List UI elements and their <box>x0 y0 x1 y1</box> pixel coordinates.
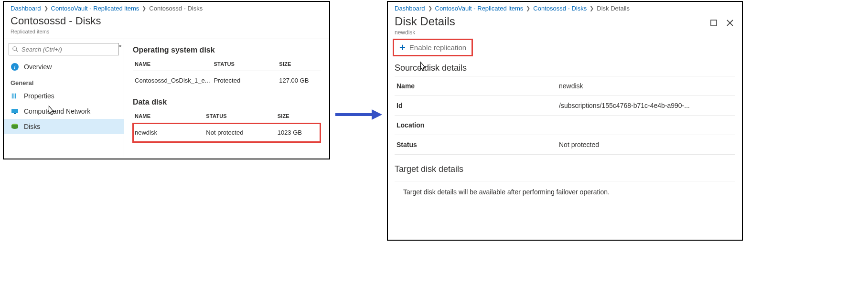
source-disk-properties: Name newdisk Id /subscriptions/155c4768-… <box>388 76 742 155</box>
breadcrumb: Dashboard ❯ ContosoVault - Replicated it… <box>388 2 742 13</box>
breadcrumb-current: Disk Details <box>597 5 630 12</box>
sidebar-item-disks[interactable]: Disks <box>4 119 124 134</box>
col-header-size[interactable]: SIZE <box>277 57 321 71</box>
sidebar-item-label: Compute and Network <box>24 107 90 115</box>
cell-status: Protected <box>212 71 278 90</box>
svg-marker-11 <box>372 109 382 120</box>
breadcrumb-vault[interactable]: ContosoVault - Replicated items <box>435 5 524 12</box>
table-row[interactable]: Contosossd_OsDisk_1_e... Protected 127.0… <box>133 71 321 90</box>
breadcrumb-dashboard[interactable]: Dashboard <box>395 5 425 12</box>
data-disk-table: NAME STATUS SIZE newdisk Not protected 1… <box>133 109 321 142</box>
disk-details-blade: Dashboard ❯ ContosoVault - Replicated it… <box>387 1 743 241</box>
close-button[interactable] <box>725 18 735 28</box>
svg-text:i: i <box>14 64 15 70</box>
sidebar-item-compute-network[interactable]: Compute and Network <box>4 104 124 119</box>
chevron-right-icon: ❯ <box>526 5 530 11</box>
properties-icon <box>11 92 19 100</box>
prop-label: Name <box>396 82 559 90</box>
breadcrumb: Dashboard ❯ ContosoVault - Replicated it… <box>4 2 329 13</box>
button-label: Enable replication <box>409 43 466 52</box>
page-title: Disk Details <box>395 15 455 28</box>
cell-size: 1023 GB <box>276 123 321 142</box>
page-subtitle: newdisk <box>395 29 415 36</box>
sidebar-item-overview[interactable]: i Overview <box>4 59 124 74</box>
plus-icon: + <box>399 44 406 51</box>
svg-rect-12 <box>711 20 717 26</box>
os-disk-table: NAME STATUS SIZE Contosossd_OsDisk_1_e..… <box>133 57 321 90</box>
chevron-right-icon: ❯ <box>428 5 432 11</box>
table-row-newdisk[interactable]: newdisk Not protected 1023 GB <box>133 123 321 142</box>
enable-replication-button[interactable]: + Enable replication <box>395 41 471 54</box>
prop-value: newdisk <box>559 82 733 90</box>
prop-value: Not protected <box>559 141 733 148</box>
prop-row-id: Id /subscriptions/155c4768-b71c-4e4b-a99… <box>395 95 735 115</box>
disks-content: Operating system disk NAME STATUS SIZE C… <box>124 39 329 157</box>
svg-line-1 <box>16 50 18 52</box>
svg-rect-4 <box>12 94 13 99</box>
prop-row-location: Location <box>395 115 735 135</box>
col-header-status[interactable]: STATUS <box>204 109 275 123</box>
svg-point-0 <box>13 47 17 51</box>
col-header-name[interactable]: NAME <box>133 57 212 71</box>
svg-rect-5 <box>13 94 14 99</box>
cell-status: Not protected <box>204 123 275 142</box>
cell-name: Contosossd_OsDisk_1_e... <box>133 71 212 90</box>
chevron-right-icon: ❯ <box>142 5 146 11</box>
col-header-size[interactable]: SIZE <box>276 109 321 123</box>
prop-value: /subscriptions/155c4768-b71c-4e4b-a990-.… <box>559 102 733 109</box>
target-disk-note: Target disk details will be available af… <box>395 181 735 202</box>
prop-row-name: Name newdisk <box>395 76 735 95</box>
sidebar-section-general: General <box>4 74 124 88</box>
col-header-status[interactable]: STATUS <box>212 57 278 71</box>
data-disk-heading: Data disk <box>133 98 321 106</box>
maximize-button[interactable] <box>708 18 719 28</box>
sidebar: « i Overview General <box>4 39 124 157</box>
prop-label: Id <box>396 102 559 109</box>
chevron-right-icon: ❯ <box>44 5 48 11</box>
prop-label: Location <box>396 121 559 129</box>
prop-row-status: Status Not protected <box>395 135 735 155</box>
compute-network-icon <box>11 107 19 116</box>
chevron-right-icon: ❯ <box>589 5 594 11</box>
svg-rect-7 <box>11 109 18 113</box>
prop-label: Status <box>396 141 559 148</box>
search-input[interactable] <box>21 46 116 53</box>
collapse-sidebar-icon[interactable]: « <box>118 42 122 49</box>
cell-size: 127.00 GB <box>277 71 321 90</box>
col-header-name[interactable]: NAME <box>133 109 204 123</box>
sidebar-item-label: Overview <box>24 63 52 71</box>
sidebar-item-properties[interactable]: Properties <box>4 88 124 104</box>
info-icon: i <box>11 63 19 71</box>
breadcrumb-disks[interactable]: Contosossd - Disks <box>533 5 587 12</box>
sidebar-item-label: Properties <box>24 92 54 100</box>
transition-arrow-icon <box>334 107 382 122</box>
page-title: Contosossd - Disks <box>11 15 322 27</box>
sidebar-item-label: Disks <box>24 123 40 130</box>
search-icon <box>12 46 19 53</box>
target-disk-heading: Target disk details <box>388 160 742 177</box>
breadcrumb-vault[interactable]: ContosoVault - Replicated items <box>51 5 139 12</box>
source-disk-heading: Source disk details <box>388 59 742 76</box>
disks-blade: Dashboard ❯ ContosoVault - Replicated it… <box>3 1 330 159</box>
disks-icon <box>11 122 19 131</box>
os-disk-heading: Operating system disk <box>133 46 321 54</box>
page-subtitle: Replicated items <box>11 29 49 34</box>
breadcrumb-current: Contosossd - Disks <box>149 5 203 12</box>
cell-name: newdisk <box>133 123 204 142</box>
prop-value <box>559 121 733 129</box>
breadcrumb-dashboard[interactable]: Dashboard <box>11 5 41 12</box>
svg-rect-6 <box>15 94 16 99</box>
svg-rect-8 <box>14 113 16 114</box>
